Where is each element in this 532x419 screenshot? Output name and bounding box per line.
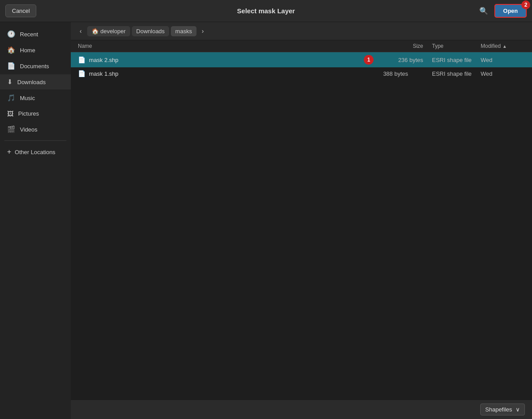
sidebar-label-documents: Documents bbox=[20, 63, 49, 70]
sidebar-label-music: Music bbox=[20, 95, 35, 101]
column-type: Type bbox=[423, 43, 481, 49]
home-crumb-icon: 🏠 bbox=[92, 28, 99, 35]
crumb-downloads-label: Downloads bbox=[136, 28, 165, 35]
pictures-icon: 🖼 bbox=[7, 110, 14, 117]
sidebar-item-downloads[interactable]: ⬇ Downloads bbox=[0, 74, 71, 89]
crumb-developer[interactable]: 🏠 developer bbox=[87, 26, 130, 36]
filetype-label: Shapefiles bbox=[485, 406, 512, 413]
forward-button[interactable]: › bbox=[198, 26, 208, 36]
downloads-icon: ⬇ bbox=[7, 78, 13, 86]
sidebar-label-other-locations: Other Locations bbox=[15, 149, 55, 155]
file-name: mask 1.shp bbox=[89, 70, 364, 77]
sidebar: 🕐 Recent 🏠 Home 📄 Documents ⬇ Downloads … bbox=[0, 22, 71, 419]
file-type: ESRI shape file bbox=[423, 70, 481, 77]
file-size: 236 bytes bbox=[379, 57, 423, 63]
sidebar-item-recent[interactable]: 🕐 Recent bbox=[0, 27, 71, 42]
open-badge: 2 bbox=[521, 0, 530, 9]
open-button-label: Open bbox=[503, 8, 518, 14]
sidebar-item-pictures[interactable]: 🖼 Pictures bbox=[0, 106, 71, 121]
file-icon: 📄 bbox=[78, 70, 85, 77]
open-button[interactable]: Open 2 bbox=[494, 4, 527, 18]
crumb-downloads[interactable]: Downloads bbox=[132, 26, 169, 36]
file-list: 📄 mask 2.shp 1 236 bytes ESRI shape file… bbox=[71, 52, 532, 400]
sidebar-item-music[interactable]: 🎵 Music bbox=[0, 90, 71, 105]
column-modified[interactable]: Modified ▲ bbox=[481, 43, 525, 49]
documents-icon: 📄 bbox=[7, 62, 15, 70]
main-area: 🕐 Recent 🏠 Home 📄 Documents ⬇ Downloads … bbox=[0, 22, 532, 419]
table-row[interactable]: 📄 mask 2.shp 1 236 bytes ESRI shape file… bbox=[71, 52, 532, 67]
file-icon: 📄 bbox=[78, 56, 85, 63]
sidebar-label-videos: Videos bbox=[20, 126, 38, 133]
plus-icon: + bbox=[7, 148, 11, 156]
search-icon: 🔍 bbox=[479, 7, 488, 15]
sidebar-label-downloads: Downloads bbox=[17, 79, 46, 85]
footer: Shapefiles ∨ bbox=[71, 400, 532, 419]
videos-icon: 🎬 bbox=[7, 125, 15, 133]
search-button[interactable]: 🔍 bbox=[477, 4, 491, 18]
back-button[interactable]: ‹ bbox=[76, 26, 85, 36]
file-browser-content: ‹ 🏠 developer Downloads masks › Name Siz… bbox=[71, 22, 532, 419]
file-type: ESRI shape file bbox=[423, 57, 481, 63]
chevron-down-icon: ∨ bbox=[516, 406, 520, 413]
sidebar-item-home[interactable]: 🏠 Home bbox=[0, 43, 71, 58]
sidebar-divider bbox=[4, 140, 66, 141]
column-size: Size bbox=[379, 43, 423, 49]
sidebar-item-documents[interactable]: 📄 Documents bbox=[0, 58, 71, 74]
sort-arrow-icon: ▲ bbox=[502, 44, 507, 49]
pathbar: ‹ 🏠 developer Downloads masks › bbox=[71, 22, 532, 40]
crumb-masks[interactable]: masks bbox=[171, 26, 197, 36]
header-right: 🔍 Open 2 bbox=[477, 4, 527, 18]
sidebar-item-videos[interactable]: 🎬 Videos bbox=[0, 122, 71, 137]
file-size: 388 bytes bbox=[364, 70, 408, 77]
modified-label: Modified bbox=[481, 43, 501, 49]
sidebar-label-recent: Recent bbox=[20, 31, 38, 38]
file-modified: Wed bbox=[481, 57, 525, 63]
sidebar-item-other-locations[interactable]: + Other Locations bbox=[0, 144, 71, 159]
table-row[interactable]: 📄 mask 1.shp 388 bytes ESRI shape file W… bbox=[71, 67, 532, 80]
recent-icon: 🕐 bbox=[7, 30, 15, 38]
header-left: Cancel bbox=[5, 4, 36, 17]
row-badge-1: 1 bbox=[364, 55, 374, 65]
file-name: mask 2.shp bbox=[89, 57, 364, 63]
sidebar-label-home: Home bbox=[20, 47, 35, 54]
cancel-button[interactable]: Cancel bbox=[5, 4, 36, 17]
filetype-selector[interactable]: Shapefiles ∨ bbox=[480, 403, 525, 415]
dialog-title: Select mask Layer bbox=[237, 7, 295, 15]
crumb-developer-label: developer bbox=[100, 28, 126, 35]
dialog-header: Cancel Select mask Layer 🔍 Open 2 bbox=[0, 0, 532, 22]
home-icon: 🏠 bbox=[7, 46, 15, 54]
music-icon: 🎵 bbox=[7, 94, 15, 102]
file-list-header: Name Size Type Modified ▲ bbox=[71, 40, 532, 52]
column-name: Name bbox=[78, 43, 379, 49]
crumb-masks-label: masks bbox=[175, 28, 192, 35]
file-modified: Wed bbox=[481, 70, 525, 77]
sidebar-label-pictures: Pictures bbox=[18, 110, 39, 117]
